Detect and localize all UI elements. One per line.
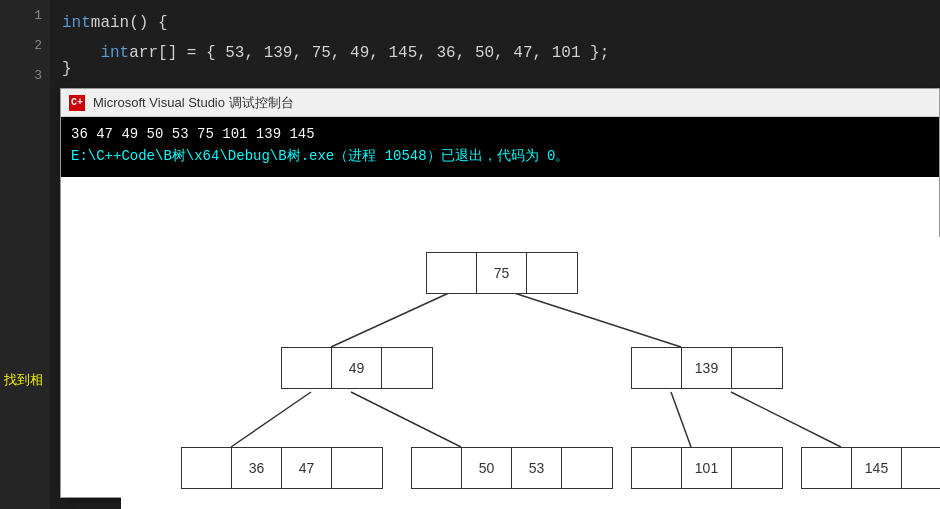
svg-line-4 bbox=[671, 392, 691, 447]
code-rest-2: arr[] = { 53, 139, 75, 49, 145, 36, 50, … bbox=[129, 38, 609, 68]
node-l3rl-val: 101 bbox=[682, 448, 732, 488]
node-l2r-val: 139 bbox=[682, 348, 732, 388]
node-l3ll-val1: 36 bbox=[232, 448, 282, 488]
node-l3ll-ptr1 bbox=[182, 448, 232, 488]
node-l3lm-val2: 53 bbox=[512, 448, 562, 488]
svg-line-1 bbox=[511, 292, 681, 347]
vs-debug-window: C+ Microsoft Visual Studio 调试控制台 36 47 4… bbox=[60, 88, 940, 498]
vs-icon: C+ bbox=[69, 95, 85, 111]
keyword-int-2: int bbox=[100, 38, 129, 68]
code-line-1: int main() { bbox=[62, 8, 928, 38]
line-numbers-panel: 1 2 3 bbox=[0, 0, 50, 509]
node-l2r-ptr1 bbox=[632, 348, 682, 388]
console-output-1: 36 47 49 50 53 75 101 139 145 bbox=[71, 123, 929, 145]
node-l3ll-val2: 47 bbox=[282, 448, 332, 488]
node-l3ll-ptr2 bbox=[332, 448, 382, 488]
vs-title: Microsoft Visual Studio 调试控制台 bbox=[93, 94, 294, 112]
node-l2l-ptr1 bbox=[282, 348, 332, 388]
node-l3rr-ptr1 bbox=[802, 448, 852, 488]
code-editor: int main() { int arr[] = { 53, 139, 75, … bbox=[50, 0, 940, 76]
line-num-2: 2 bbox=[0, 30, 50, 60]
tree-node-l2-left: 49 bbox=[281, 347, 433, 389]
svg-line-2 bbox=[231, 392, 311, 447]
code-rest-1: main() { bbox=[91, 8, 168, 38]
node-l3rr-ptr2 bbox=[902, 448, 940, 488]
line-num-3: 3 bbox=[0, 60, 50, 90]
tree-node-root: 75 bbox=[426, 252, 578, 294]
vs-titlebar: C+ Microsoft Visual Studio 调试控制台 bbox=[61, 89, 939, 117]
node-root-val: 75 bbox=[477, 253, 527, 293]
keyword-int-1: int bbox=[62, 8, 91, 38]
tree-node-l3-rr: 145 bbox=[801, 447, 940, 489]
code-line-2: int arr[] = { 53, 139, 75, 49, 145, 36, … bbox=[62, 38, 928, 68]
node-l2l-val: 49 bbox=[332, 348, 382, 388]
tree-node-l2-right: 139 bbox=[631, 347, 783, 389]
tree-diagram: 75 49 139 36 47 50 53 bbox=[121, 237, 940, 509]
node-l3lm-val1: 50 bbox=[462, 448, 512, 488]
node-l3lm-ptr1 bbox=[412, 448, 462, 488]
closing-brace: } bbox=[62, 60, 72, 78]
tree-node-l3-rl: 101 bbox=[631, 447, 783, 489]
node-l3rr-val: 145 bbox=[852, 448, 902, 488]
node-l2r-ptr2 bbox=[732, 348, 782, 388]
console-output-2: E:\C++Code\B树\x64\Debug\B树.exe（进程 10548）… bbox=[71, 145, 929, 167]
svg-line-0 bbox=[331, 292, 451, 347]
svg-line-5 bbox=[731, 392, 841, 447]
svg-line-3 bbox=[351, 392, 461, 447]
line-num-1: 1 bbox=[0, 0, 50, 30]
node-root-ptr1 bbox=[427, 253, 477, 293]
tree-node-l3-ll: 36 47 bbox=[181, 447, 383, 489]
node-l3rl-ptr1 bbox=[632, 448, 682, 488]
node-root-ptr2 bbox=[527, 253, 577, 293]
node-l3lm-ptr2 bbox=[562, 448, 612, 488]
vs-console: 36 47 49 50 53 75 101 139 145 E:\C++Code… bbox=[61, 117, 939, 177]
node-l3rl-ptr2 bbox=[732, 448, 782, 488]
tree-node-l3-lm: 50 53 bbox=[411, 447, 613, 489]
node-l2l-ptr2 bbox=[382, 348, 432, 388]
bottom-left-text: 找到相 bbox=[4, 371, 43, 389]
line-num-4 bbox=[0, 90, 50, 120]
